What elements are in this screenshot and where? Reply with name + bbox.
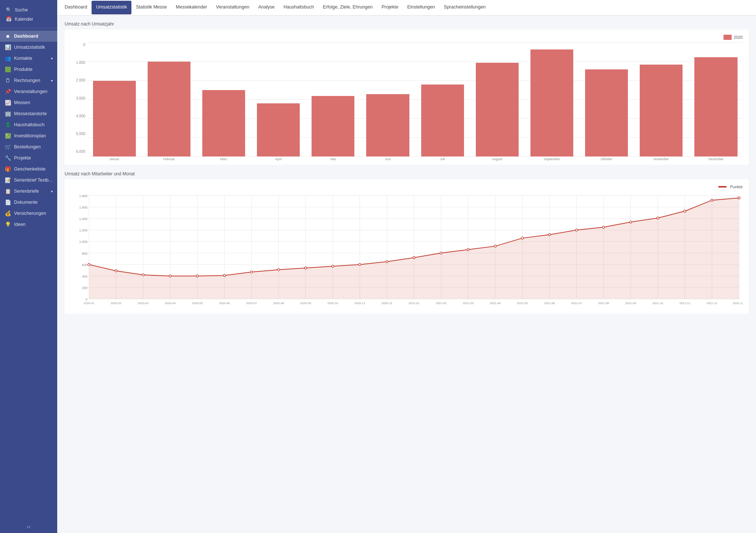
bar-col [361, 43, 415, 157]
bar-chart-legend-label: 2020 [734, 35, 743, 39]
sidebar-item-ideen[interactable]: 💡 Ideen [0, 219, 57, 230]
bar [585, 69, 628, 157]
nav-tab-statistik-messe[interactable]: Statistik Messe [131, 1, 171, 14]
bar-chart-title: Umsatz nach Umsatzjahr [65, 21, 749, 27]
sidebar-bestellungen-label: Bestellungen [14, 144, 41, 149]
sidebar-item-bestellungen[interactable]: 🛒 Bestellungen [0, 141, 57, 152]
nav-tab-haushaltsbuch[interactable]: Haushaltsbuch [279, 1, 319, 14]
svg-point-73 [169, 275, 171, 277]
sidebar-item-produkte[interactable]: 🟩 Produkte [0, 64, 57, 75]
sidebar-produkte-label: Produkte [14, 67, 32, 72]
svg-text:2021-12+: 2021-12+ [733, 302, 743, 305]
calendar-icon: 📅 [6, 16, 12, 22]
nav-tab-erfolge--ziele--ehrungen[interactable]: Erfolge, Ziele, Ehrungen [319, 1, 377, 14]
sidebar-item-kalender[interactable]: 📅 Kalender [4, 14, 53, 24]
line-chart-svg: 02004006008001.0001.2001.4001.6001.80020… [71, 192, 743, 310]
svg-point-83 [440, 252, 442, 254]
sidebar-item-dashboard[interactable]: ■ Dashboard [0, 31, 57, 42]
sidebar-messestandorte-label: Messestandorte [14, 111, 47, 116]
svg-point-87 [548, 234, 550, 236]
svg-point-88 [575, 229, 578, 231]
sidebar-item-messen[interactable]: 📈 Messen [0, 97, 57, 108]
chevron-down-icon: ▾ [51, 56, 53, 61]
y-label: 4.000 [71, 114, 85, 118]
svg-text:600: 600 [82, 263, 87, 267]
bar [421, 85, 464, 157]
bar-col [197, 43, 250, 157]
bar-col [87, 43, 141, 157]
svg-text:2020-03: 2020-03 [138, 302, 149, 305]
doc-icon: 📄 [4, 199, 11, 205]
sidebar-item-kontakte[interactable]: 👥 Kontakte ▾ [0, 53, 57, 64]
x-label: Oktober [580, 157, 633, 161]
nav-tab-dashboard[interactable]: Dashboard [60, 1, 92, 14]
y-axis: 6.0005.0004.0003.0002.0001.0000 [71, 43, 87, 161]
svg-point-93 [711, 199, 713, 201]
sidebar-item-messestandorte[interactable]: 🏢 Messestandorte [0, 108, 57, 119]
money-icon: 💲 [4, 122, 11, 128]
svg-text:1.600: 1.600 [79, 206, 87, 209]
svg-point-77 [278, 269, 280, 271]
y-label: 0 [71, 43, 85, 47]
sidebar-item-investitionsplan[interactable]: 💹 Investitionsplan [0, 130, 57, 141]
svg-text:1.000: 1.000 [79, 240, 87, 244]
line-chart-section: Umsatz nach Mitarbeiter und Monat Punkte… [65, 171, 749, 314]
bar [640, 65, 683, 157]
order-icon: 🛒 [4, 144, 11, 150]
svg-point-94 [738, 197, 740, 199]
y-label: 5.000 [71, 132, 85, 136]
bar-chart-area: 6.0005.0004.0003.0002.0001.0000JanuarFeb… [71, 43, 743, 161]
nav-tab-projekte[interactable]: Projekte [377, 1, 403, 14]
svg-point-91 [657, 217, 659, 219]
svg-text:2020-08: 2020-08 [273, 302, 284, 305]
sidebar-item-dokumente[interactable]: 📄 Dokumente [0, 197, 57, 208]
svg-point-80 [359, 264, 361, 266]
sidebar-item-rechnungen[interactable]: 🗒 Rechnungen ▾ [0, 75, 57, 86]
nav-tab-spracheinstellungen[interactable]: Spracheinstellungen [439, 1, 490, 14]
bar [148, 62, 190, 157]
sidebar-item-veranstaltungen[interactable]: 📌 Veranstaltungen [0, 86, 57, 97]
line-legend-box [718, 186, 726, 188]
nav-tab-messekalender[interactable]: Messekalender [171, 1, 212, 14]
sidebar-rechnungen-label: Rechnungen [14, 78, 40, 83]
bar [93, 81, 136, 157]
svg-text:1.400: 1.400 [79, 217, 87, 221]
x-label: Juli [416, 157, 469, 161]
svg-text:1.800: 1.800 [79, 194, 87, 198]
sidebar-item-umsatzstatistik[interactable]: 📊 Umsatzstatistik [0, 42, 57, 53]
products-icon: 🟩 [4, 66, 11, 72]
svg-point-89 [602, 226, 605, 228]
nav-tab-analyse[interactable]: Analyse [254, 1, 279, 14]
sidebar-item-serienbrief-textb[interactable]: 📝 Serienbrief Textb... [0, 175, 57, 186]
sidebar-suche-label: Suche [15, 7, 28, 13]
sidebar-item-versicherungen[interactable]: 💰 Versicherungen [0, 208, 57, 219]
svg-text:800: 800 [82, 252, 87, 255]
svg-text:2020-11: 2020-11 [354, 302, 365, 305]
bar [312, 96, 354, 157]
sidebar-toggle[interactable]: ‹‹ [0, 520, 57, 533]
y-label: 2.000 [71, 78, 85, 82]
chevron-down-icon2: ▾ [51, 79, 53, 83]
sidebar-serienbrief-label: Serienbrief Textb... [14, 178, 52, 183]
bar-col [142, 43, 196, 157]
dashboard-icon: ■ [4, 33, 11, 39]
sidebar-item-projekte[interactable]: 🔧 Projekte [0, 152, 57, 164]
sidebar-item-serienbriefe[interactable]: 📋 Serienbriefe ▾ [0, 186, 57, 197]
nav-tab-einstellungen[interactable]: Einstellungen [403, 1, 439, 14]
sidebar-item-suche[interactable]: 🔍 Suche [4, 5, 53, 14]
bar [202, 90, 245, 157]
svg-point-72 [142, 274, 144, 276]
svg-text:2021-04: 2021-04 [490, 302, 501, 305]
svg-text:2020-12: 2020-12 [381, 302, 392, 305]
sidebar: 🔍 Suche 📅 Kalender ■ Dashboard 📊 Umsatzs… [0, 0, 57, 533]
nav-tab-veranstaltungen[interactable]: Veranstaltungen [212, 1, 254, 14]
contacts-icon: 👥 [4, 55, 11, 61]
svg-text:2020-02: 2020-02 [111, 302, 122, 305]
x-label: April [252, 157, 305, 161]
idea-icon: 💡 [4, 221, 11, 227]
svg-point-82 [413, 257, 415, 259]
svg-text:2021-01: 2021-01 [409, 302, 420, 305]
nav-tab-umsatzstatistik[interactable]: Umsatzstatistik [92, 1, 131, 14]
sidebar-item-haushaltsbuch[interactable]: 💲 Haushaltsbuch [0, 119, 57, 130]
sidebar-item-geschenkeliste[interactable]: 🎁 Geschenkeliste [0, 164, 57, 175]
